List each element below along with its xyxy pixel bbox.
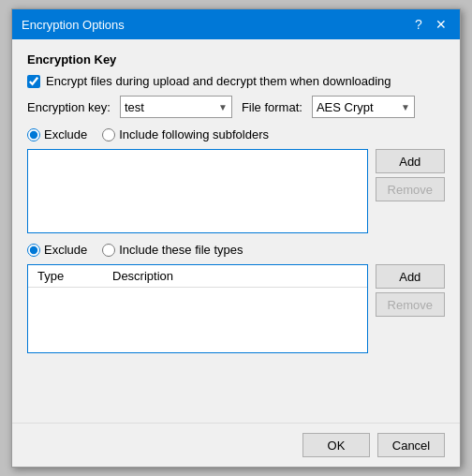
ok-button[interactable]: OK bbox=[302, 433, 370, 457]
filetype-include-option[interactable]: Include these file types bbox=[102, 243, 243, 257]
subfolder-add-button[interactable]: Add bbox=[376, 149, 445, 173]
filetype-include-label: Include these file types bbox=[119, 243, 243, 257]
subfolder-exclude-option[interactable]: Exclude bbox=[27, 127, 87, 141]
subfolder-list-area: Add Remove bbox=[27, 149, 445, 233]
subfolder-include-label: Include following subfolders bbox=[119, 127, 269, 141]
type-col-header: Type bbox=[34, 267, 109, 285]
cancel-button[interactable]: Cancel bbox=[377, 433, 445, 457]
filetype-add-button[interactable]: Add bbox=[376, 264, 445, 289]
subfolder-exclude-radio[interactable] bbox=[27, 128, 40, 141]
filetypes-section: Exclude Include these file types Type De… bbox=[27, 243, 445, 353]
filetype-include-radio[interactable] bbox=[102, 244, 115, 257]
subfolder-list-container bbox=[27, 149, 368, 233]
subfolder-exclude-label: Exclude bbox=[44, 127, 87, 141]
encryption-key-dropdown[interactable]: test ▼ bbox=[120, 96, 232, 118]
filetype-table-header: Type Description bbox=[28, 265, 367, 288]
encrypt-checkbox-label: Encrypt files during upload and decrypt … bbox=[46, 74, 391, 88]
subfolder-buttons: Add Remove bbox=[376, 149, 445, 201]
encrypt-checkbox-row: Encrypt files during upload and decrypt … bbox=[27, 74, 445, 88]
dialog-content: Encryption Key Encrypt files during uplo… bbox=[12, 39, 460, 423]
filetype-list[interactable]: Type Description bbox=[27, 264, 368, 353]
encryption-key-section: Encryption Key Encrypt files during uplo… bbox=[27, 52, 445, 118]
format-label: File format: bbox=[242, 100, 302, 114]
subfolder-include-option[interactable]: Include following subfolders bbox=[102, 127, 269, 141]
filetype-exclude-label: Exclude bbox=[44, 243, 87, 257]
format-dropdown-arrow: ▼ bbox=[401, 102, 410, 112]
subfolder-list[interactable] bbox=[27, 149, 368, 233]
filetype-radio-row: Exclude Include these file types bbox=[27, 243, 445, 257]
encryption-options-dialog: Encryption Options ? ✕ Encryption Key En… bbox=[11, 8, 461, 468]
dialog-title: Encryption Options bbox=[22, 18, 125, 32]
filetype-buttons: Add Remove bbox=[376, 264, 445, 317]
filetype-remove-button[interactable]: Remove bbox=[376, 292, 445, 317]
encryption-key-header: Encryption Key bbox=[27, 52, 445, 67]
subfolders-section: Exclude Include following subfolders Add… bbox=[27, 127, 445, 233]
desc-col-header: Description bbox=[109, 267, 361, 285]
key-dropdown-arrow: ▼ bbox=[218, 102, 228, 112]
subfolder-include-radio[interactable] bbox=[102, 128, 115, 141]
filetype-list-container: Type Description bbox=[27, 264, 368, 353]
subfolder-radio-row: Exclude Include following subfolders bbox=[27, 127, 445, 141]
filetype-list-area: Type Description Add Remove bbox=[27, 264, 445, 353]
help-button[interactable]: ? bbox=[409, 15, 428, 34]
title-bar: Encryption Options ? ✕ bbox=[12, 9, 460, 39]
subfolder-remove-button[interactable]: Remove bbox=[376, 177, 445, 201]
encrypt-checkbox[interactable] bbox=[27, 75, 40, 88]
key-field-row: Encryption key: test ▼ File format: AES … bbox=[27, 96, 445, 118]
encryption-key-value: test bbox=[125, 100, 144, 114]
key-label: Encryption key: bbox=[27, 100, 111, 114]
file-format-value: AES Crypt bbox=[317, 100, 374, 114]
close-button[interactable]: ✕ bbox=[432, 15, 450, 34]
file-format-dropdown[interactable]: AES Crypt ▼ bbox=[312, 96, 415, 118]
filetype-exclude-radio[interactable] bbox=[27, 244, 40, 257]
filetype-exclude-option[interactable]: Exclude bbox=[27, 243, 87, 257]
dialog-footer: OK Cancel bbox=[12, 423, 460, 467]
title-bar-buttons: ? ✕ bbox=[409, 15, 450, 34]
